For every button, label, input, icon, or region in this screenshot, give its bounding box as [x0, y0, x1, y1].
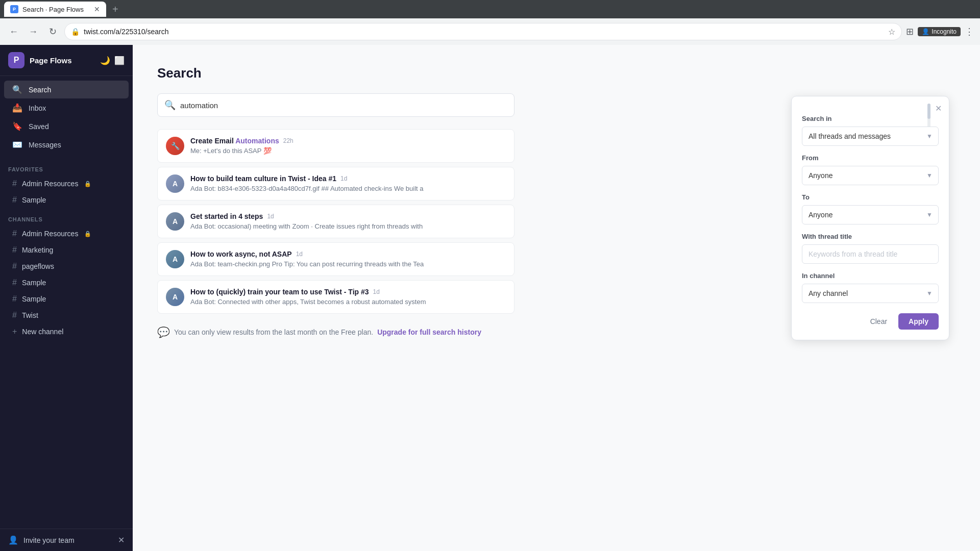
new-channel-button[interactable]: + New channel — [4, 324, 129, 339]
search-input[interactable] — [157, 93, 514, 117]
browser-controls: ← → ↻ 🔒 twist.com/a/225310/search ☆ ⊞ 👤 … — [0, 18, 980, 45]
filter-from-wrapper: Anyone ▼ — [802, 166, 939, 185]
channel-item-sample1[interactable]: # Sample — [4, 275, 129, 290]
workspace-icon: P — [8, 52, 24, 68]
result-highlight-1: Automations — [235, 137, 279, 145]
hash-icon: # — [12, 245, 17, 255]
search-icon: 🔍 — [12, 85, 22, 94]
filter-to-select[interactable]: Anyone — [802, 205, 939, 224]
search-bar-icon: 🔍 — [164, 99, 176, 111]
channel-item-pageflows[interactable]: # pageflows — [4, 259, 129, 274]
result-time-5: 1d — [373, 288, 380, 295]
forward-button[interactable]: → — [26, 24, 41, 39]
filter-in-channel-select[interactable]: Any channel — [802, 284, 939, 303]
search-bar-container: 🔍 — [157, 93, 619, 117]
result-item-5[interactable]: A How to (quickly) train your team to us… — [157, 280, 514, 314]
channel-item-twist[interactable]: # Twist — [4, 308, 129, 323]
tab-favicon: P — [10, 5, 18, 13]
hash-icon: # — [12, 195, 17, 205]
hash-icon: # — [12, 262, 17, 271]
sidebar-header-actions: 🌙 ⬜ — [100, 56, 125, 65]
lock-icon: 🔒 — [84, 231, 91, 237]
back-button[interactable]: ← — [6, 24, 21, 39]
filter-search-in-label: Search in — [802, 115, 939, 122]
filter-apply-button[interactable]: Apply — [898, 313, 939, 330]
reload-button[interactable]: ↻ — [45, 24, 60, 39]
result-content-5: How to (quickly) train your team to use … — [190, 288, 506, 306]
invite-team-section[interactable]: 👤 Invite your team ✕ — [0, 529, 133, 551]
result-content-3: Get started in 4 steps 1d Ada Bot: occas… — [190, 212, 506, 230]
active-tab[interactable]: P Search · Page Flows ✕ — [4, 2, 106, 17]
upgrade-link[interactable]: Upgrade for full search history — [377, 328, 481, 336]
channel-sample1-label: Sample — [22, 279, 46, 287]
channel-item-admin-resources[interactable]: # Admin Resources 🔒 — [4, 226, 129, 241]
result-time-3: 1d — [267, 213, 274, 220]
result-header-1: Create Email Automations 22h — [190, 137, 506, 145]
channel-item-marketing[interactable]: # Marketing — [4, 242, 129, 258]
plus-icon: + — [12, 327, 17, 336]
tab-close-button[interactable]: ✕ — [94, 5, 100, 13]
result-avatar-1: 🔧 — [166, 137, 184, 155]
result-preview-4: Ada Bot: team-checkin.png Pro Tip: You c… — [190, 260, 506, 268]
favorite-item-admin-resources[interactable]: # Admin Resources 🔒 — [4, 176, 129, 191]
result-content-1: Create Email Automations 22h Me: +Let's … — [190, 137, 506, 155]
tab-title: Search · Page Flows — [22, 6, 84, 13]
hash-icon: # — [12, 311, 17, 320]
filter-thread-title-input[interactable] — [802, 244, 939, 264]
sidebar-header: P Page Flows 🌙 ⬜ — [0, 45, 133, 76]
result-avatar-3: A — [166, 212, 184, 231]
bookmark-icon[interactable]: ☆ — [888, 27, 895, 37]
bookmark-icon: 🔖 — [12, 121, 22, 131]
result-content-4: How to work async, not ASAP 1d Ada Bot: … — [190, 250, 506, 268]
browser-action-buttons: ⊞ 👤 Incognito ⋮ — [906, 26, 974, 37]
extensions-button[interactable]: ⊞ — [906, 26, 914, 37]
channel-item-sample2[interactable]: # Sample — [4, 291, 129, 307]
filter-close-button[interactable]: ✕ — [935, 104, 942, 113]
channel-twist-label: Twist — [22, 311, 38, 319]
filter-clear-button[interactable]: Clear — [864, 313, 893, 330]
main-content: Search 🔍 🔧 Create Email Automations 22h — [133, 45, 980, 551]
favorites-section-label: Favorites — [0, 158, 133, 176]
result-item-1[interactable]: 🔧 Create Email Automations 22h Me: +Let'… — [157, 129, 514, 163]
app-container: P Page Flows 🌙 ⬜ 🔍 Search 📥 Inbox 🔖 Save… — [0, 45, 980, 551]
invite-close-button[interactable]: ✕ — [118, 535, 125, 545]
result-avatar-2: A — [166, 174, 184, 193]
hash-icon: # — [12, 229, 17, 238]
filter-in-channel-wrapper: Any channel ▼ — [802, 284, 939, 303]
filter-search-in-wrapper: All threads and messagesThreads onlyMess… — [802, 127, 939, 146]
result-preview-1: Me: +Let's do this ASAP 💯 — [190, 147, 506, 155]
messages-icon: ✉️ — [12, 140, 22, 149]
url-display: twist.com/a/225310/search — [84, 28, 884, 36]
result-avatar-4: A — [166, 250, 184, 268]
result-header-2: How to build team culture in Twist - Ide… — [190, 174, 506, 183]
address-bar[interactable]: 🔒 twist.com/a/225310/search ☆ — [64, 23, 902, 40]
result-item-3[interactable]: A Get started in 4 steps 1d Ada Bot: occ… — [157, 205, 514, 238]
result-preview-3: Ada Bot: occasional) meeting with Zoom ·… — [190, 222, 506, 230]
result-item-4[interactable]: A How to work async, not ASAP 1d Ada Bot… — [157, 242, 514, 276]
sidebar-item-saved[interactable]: 🔖 Saved — [4, 117, 129, 135]
sidebar-item-inbox-label: Inbox — [29, 104, 46, 112]
result-title-2: How to build team culture in Twist - Ide… — [190, 174, 336, 183]
filter-from-label: From — [802, 154, 939, 162]
notice-bar: 💬 You can only view results from the las… — [157, 320, 514, 344]
filter-search-in-select[interactable]: All threads and messagesThreads onlyMess… — [802, 127, 939, 146]
sidebar-item-search-label: Search — [29, 86, 51, 94]
result-time-4: 1d — [296, 251, 303, 258]
result-title-5: How to (quickly) train your team to use … — [190, 288, 369, 296]
sidebar-item-search[interactable]: 🔍 Search — [4, 81, 129, 98]
channel-marketing-label: Marketing — [22, 246, 53, 254]
browser-tab-bar: P Search · Page Flows ✕ + — [0, 0, 980, 18]
layout-button[interactable]: ⬜ — [114, 56, 125, 65]
channel-pageflows-label: pageflows — [22, 262, 54, 270]
menu-button[interactable]: ⋮ — [965, 26, 974, 37]
filter-panel: ✕ Search in All threads and messagesThre… — [791, 96, 949, 340]
lock-icon: 🔒 — [84, 181, 91, 187]
filter-from-select[interactable]: Anyone — [802, 166, 939, 185]
new-channel-label: New channel — [22, 328, 63, 336]
result-item-2[interactable]: A How to build team culture in Twist - I… — [157, 167, 514, 201]
favorite-item-sample[interactable]: # Sample — [4, 192, 129, 208]
new-tab-button[interactable]: + — [112, 4, 118, 15]
theme-toggle-button[interactable]: 🌙 — [100, 56, 110, 65]
sidebar-item-inbox[interactable]: 📥 Inbox — [4, 99, 129, 117]
sidebar-item-messages[interactable]: ✉️ Messages — [4, 136, 129, 154]
